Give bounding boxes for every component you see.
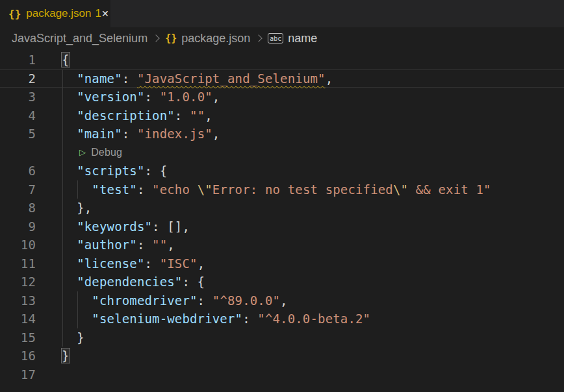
tab-bar: {} package.json 1 ✕	[0, 0, 564, 27]
breadcrumb-item-file[interactable]: {} package.json	[165, 32, 250, 45]
code-line[interactable]: 10 "author": "",	[0, 236, 564, 254]
line-number: 7	[0, 180, 36, 199]
code-line[interactable]: 14 "selenium-webdriver": "^4.0.0-beta.2"	[0, 310, 564, 328]
code-line[interactable]: 16}	[0, 347, 564, 365]
breadcrumb-folder-label: JavaScript_and_Selenium	[12, 32, 147, 45]
editor: 1{2 "name": "JavaScript_and_Selenium",3 …	[0, 49, 564, 392]
line-number: 1	[0, 51, 36, 69]
codelens-label: Debug	[91, 147, 122, 158]
code-line[interactable]: 1{	[0, 51, 564, 69]
code-text: "keywords": [],	[62, 217, 190, 236]
code-line[interactable]: 4 "description": "",	[0, 106, 564, 125]
line-number: 5	[0, 125, 36, 143]
code-line[interactable]: 8 },	[0, 199, 564, 217]
code-line[interactable]: 11 "license": "ISC",	[0, 254, 564, 273]
json-braces-icon: {}	[165, 32, 177, 44]
indent-guide	[77, 180, 78, 199]
code-text: "dependencies": {	[62, 273, 205, 291]
problems-count-badge: 1	[95, 7, 101, 20]
line-number: 8	[0, 199, 36, 217]
code-text: "description": "",	[62, 106, 212, 125]
code-line[interactable]: 2 "name": "JavaScript_and_Selenium",	[0, 69, 564, 88]
chevron-right-icon	[255, 34, 263, 42]
code-text: "chromedriver": "^89.0.0",	[62, 291, 288, 310]
code-line[interactable]: 12 "dependencies": {	[0, 273, 564, 291]
code-text: }	[62, 328, 84, 347]
line-number: 15	[0, 328, 36, 347]
line-number: 3	[0, 88, 36, 106]
code-text: }	[62, 347, 70, 365]
code-line[interactable]: 6 "scripts": {	[0, 162, 564, 180]
tab-label: package.json	[26, 7, 91, 20]
indent-guide	[77, 291, 78, 328]
code-text: "name": "JavaScript_and_Selenium",	[62, 69, 333, 88]
code-text: "selenium-webdriver": "^4.0.0-beta.2"	[62, 310, 370, 328]
line-number: 9	[0, 217, 36, 236]
indent-guide	[62, 69, 63, 347]
editor-tab-package-json[interactable]: {} package.json 1 ✕	[0, 0, 110, 27]
close-icon[interactable]: ✕	[101, 8, 109, 19]
code-text: {	[62, 51, 70, 69]
code-text: "version": "1.0.0",	[62, 88, 220, 106]
code-text: },	[62, 199, 92, 217]
code-line[interactable]: 7 "test": "echo \"Error: no test specifi…	[0, 180, 564, 199]
debug-play-icon: ▷	[79, 147, 86, 157]
line-number: 14	[0, 310, 36, 328]
string-symbol-icon: abc	[268, 33, 283, 43]
breadcrumb-file-label: package.json	[181, 32, 250, 45]
line-number: 6	[0, 162, 36, 180]
breadcrumb-symbol-label: name	[288, 32, 317, 45]
code-line[interactable]: 9 "keywords": [],	[0, 217, 564, 236]
code-text: "main": "index.js",	[62, 125, 220, 143]
line-number: 2	[0, 69, 36, 88]
code-text: "author": "",	[62, 236, 175, 254]
line-number: 13	[0, 291, 36, 310]
code-line[interactable]: 15 }	[0, 328, 564, 347]
code-line[interactable]: 3 "version": "1.0.0",	[0, 88, 564, 106]
code-line[interactable]: 5 "main": "index.js",	[0, 125, 564, 143]
line-number: 16	[0, 347, 36, 365]
code-text: "scripts": {	[62, 162, 167, 180]
breadcrumb: JavaScript_and_Selenium {} package.json …	[0, 27, 564, 49]
breadcrumb-item-folder[interactable]: JavaScript_and_Selenium	[12, 32, 147, 45]
line-number: 4	[0, 106, 36, 125]
code-text: "license": "ISC",	[62, 254, 205, 273]
chevron-right-icon	[152, 34, 159, 42]
codelens-debug-action[interactable]: ▷Debug	[0, 143, 564, 162]
line-number: 11	[0, 254, 36, 273]
breadcrumb-item-symbol[interactable]: abc name	[268, 32, 317, 45]
code-line[interactable]: 17	[0, 365, 564, 384]
line-number: 17	[0, 365, 36, 384]
code-text: "test": "echo \"Error: no test specified…	[62, 180, 491, 199]
line-number: 12	[0, 273, 36, 291]
code-lines: 1{2 "name": "JavaScript_and_Selenium",3 …	[0, 51, 564, 384]
code-line[interactable]: 13 "chromedriver": "^89.0.0",	[0, 291, 564, 310]
json-file-icon: {}	[8, 8, 21, 20]
line-number: 10	[0, 236, 36, 254]
